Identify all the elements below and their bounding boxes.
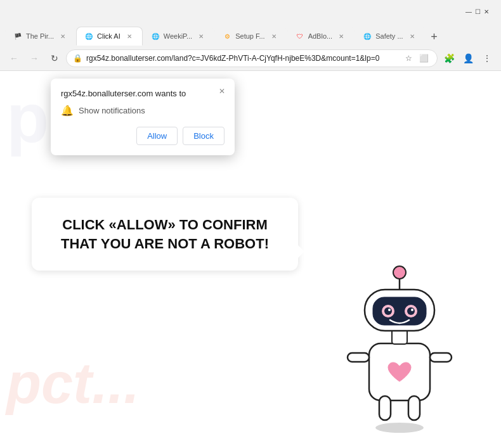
tab-pirate-close[interactable]: ✕	[58, 31, 68, 41]
browser-window: — ☐ ✕ 🏴 The Pir... ✕ 🌐 Click AI ✕ 🌐 Week…	[0, 0, 501, 71]
tab-clickai-close[interactable]: ✕	[124, 31, 134, 41]
allow-button[interactable]: Allow	[136, 127, 178, 145]
extensions-button[interactable]: 🧩	[440, 49, 458, 67]
tab-weekly-close[interactable]: ✕	[196, 31, 206, 41]
tab-pirate-favicon: 🏴	[13, 32, 22, 41]
robot-svg	[336, 252, 463, 435]
svg-rect-3	[430, 353, 452, 362]
forward-button[interactable]: →	[25, 49, 43, 67]
refresh-button[interactable]: ↻	[46, 49, 63, 67]
page-content: pct... pct... ✕ rgx54z.bonalluterser.com…	[0, 71, 501, 448]
close-button[interactable]: ✕	[482, 7, 491, 16]
tab-safety-favicon: 🌐	[363, 32, 372, 41]
main-content: CLICK «ALLOW» TO CONFIRM THAT YOU ARE NO…	[32, 198, 476, 271]
block-button[interactable]: Block	[183, 127, 224, 145]
menu-button[interactable]: ⋮	[478, 49, 496, 67]
popup-permission-text: Show notifications	[79, 106, 145, 115]
svg-rect-2	[348, 353, 369, 362]
tab-clickai-favicon: 🌐	[84, 32, 93, 41]
tab-clickai-label: Click AI	[97, 32, 120, 40]
robot-illustration	[336, 252, 463, 429]
popup-close-button[interactable]: ✕	[216, 85, 228, 98]
popup-buttons: Allow Block	[61, 127, 224, 145]
tab-adblock-favicon: 🛡	[296, 32, 304, 41]
svg-point-14	[411, 309, 413, 311]
popup-site-text: rgx54z.bonalluterser.com wants to	[61, 89, 224, 98]
toolbar: ← → ↻ 🔒 rgx54z.bonalluterser.com/land?c=…	[0, 46, 501, 71]
watermark-bottom: pct...	[6, 351, 140, 416]
tab-setup[interactable]: ⚙ Setup F... ✕	[214, 27, 287, 46]
svg-rect-8	[373, 297, 426, 325]
toolbar-right: 🧩 👤 ⋮	[440, 49, 496, 67]
minimize-button[interactable]: —	[464, 7, 473, 16]
svg-point-12	[407, 307, 415, 315]
svg-point-13	[388, 309, 391, 311]
close-icon: ✕	[219, 87, 225, 96]
tab-weekly-label: WeekiP...	[164, 32, 192, 40]
tabs-bar: 🏴 The Pir... ✕ 🌐 Click AI ✕ 🌐 WeekiP... …	[0, 23, 501, 46]
svg-rect-5	[408, 396, 420, 420]
tab-safety[interactable]: 🌐 Safety ... ✕	[355, 27, 425, 46]
notification-popup: ✕ rgx54z.bonalluterser.com wants to 🔔 Sh…	[51, 79, 235, 155]
svg-point-0	[375, 423, 424, 433]
tab-adblock[interactable]: 🛡 AdBlo... ✕	[287, 27, 355, 46]
profile-button[interactable]: 👤	[459, 49, 477, 67]
svg-point-11	[384, 307, 392, 315]
address-bar[interactable]: 🔒 rgx54z.bonalluterser.com/land?c=JV6kdZ…	[66, 49, 438, 67]
window-controls: — ☐ ✕	[464, 7, 491, 16]
tab-setup-favicon: ⚙	[223, 32, 231, 41]
tab-weekly-favicon: 🌐	[151, 32, 160, 41]
popup-permission-row: 🔔 Show notifications	[61, 105, 224, 117]
address-text: rgx54z.bonalluterser.com/land?c=JV6kdZ-P…	[86, 54, 398, 63]
bubble-message: CLICK «ALLOW» TO CONFIRM THAT YOU ARE NO…	[55, 215, 275, 253]
tab-safety-label: Safety ...	[375, 32, 403, 40]
bookmark-icon[interactable]: ☆	[401, 51, 415, 65]
tab-clickai[interactable]: 🌐 Click AI ✕	[76, 27, 143, 46]
tab-safety-close[interactable]: ✕	[407, 31, 417, 41]
new-tab-button[interactable]: +	[426, 28, 443, 46]
tab-adblock-close[interactable]: ✕	[336, 31, 346, 41]
tab-pirate[interactable]: 🏴 The Pir... ✕	[5, 27, 76, 46]
title-bar: — ☐ ✕	[0, 0, 501, 23]
tab-adblock-label: AdBlo...	[308, 32, 333, 40]
lock-icon: 🔒	[73, 54, 82, 63]
address-actions: ☆ ⬜	[401, 51, 431, 65]
tab-setup-label: Setup F...	[235, 32, 264, 40]
maximize-button[interactable]: ☐	[473, 7, 482, 16]
speech-bubble: CLICK «ALLOW» TO CONFIRM THAT YOU ARE NO…	[32, 198, 298, 271]
tab-weekly[interactable]: 🌐 WeekiP... ✕	[143, 27, 214, 46]
tab-pirate-label: The Pir...	[26, 32, 54, 40]
tab-setup-close[interactable]: ✕	[269, 31, 279, 41]
back-button[interactable]: ←	[5, 49, 23, 67]
svg-rect-4	[379, 396, 391, 420]
cast-icon[interactable]: ⬜	[417, 51, 431, 65]
bell-icon: 🔔	[61, 105, 74, 117]
